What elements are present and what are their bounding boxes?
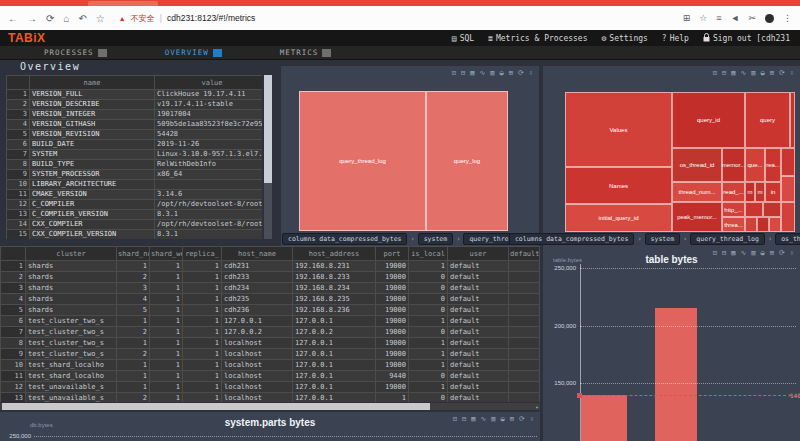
stack-icon[interactable]: ⊞ <box>770 249 774 257</box>
home-icon[interactable]: ⌂ <box>63 13 69 24</box>
table-row[interactable]: 12C_COMPILER/opt/rh/devtoolset-8/root/us <box>7 200 263 210</box>
table-row[interactable]: 8test_cluster_two_s111localhost127.0.0.1… <box>1 338 540 349</box>
zoom-reset-icon[interactable]: ⊟ <box>461 69 465 77</box>
treemap-cell[interactable]: query_log <box>426 91 508 231</box>
table-row[interactable]: 4VERSION_GITHASH509b5de1aa83523f8e3c72e9… <box>7 120 263 130</box>
address-bar[interactable]: ▲ 不安全 | cdh231:8123/#!/metrics <box>119 13 256 24</box>
settings-table-scrollbar[interactable] <box>264 75 272 239</box>
breadcrumb-item[interactable]: os_thread_id <box>775 233 800 245</box>
zoom-select-icon[interactable]: ⊡ <box>452 69 456 77</box>
table-row[interactable]: 1VERSION_FULLClickHouse 19.17.4.11 <box>7 90 263 100</box>
treemap-cell[interactable]: memor... <box>722 148 745 182</box>
breadcrumb-item[interactable]: system <box>645 233 680 245</box>
treemap-cell[interactable] <box>781 202 795 232</box>
stack-icon[interactable]: ⊞ <box>510 415 514 423</box>
download-icon[interactable]: ⇩ <box>529 69 533 77</box>
column-header[interactable]: default <box>509 247 540 261</box>
treemap-cell[interactable]: thread_num... <box>672 182 722 202</box>
favorite-star-icon[interactable]: ☆ <box>699 13 707 23</box>
bar[interactable] <box>655 308 697 441</box>
tab-metrics[interactable]: METRICS <box>280 48 332 57</box>
bookmark-star-icon[interactable]: ☆ <box>96 13 105 24</box>
breadcrumb-item[interactable]: query_thread_log <box>690 233 765 245</box>
treemap-cell[interactable] <box>781 148 795 176</box>
column-header[interactable]: value <box>155 76 263 90</box>
download-icon[interactable]: ⇩ <box>790 69 794 77</box>
table-row[interactable]: 15CXX_COMPILER_VERSION8.3.1 <box>7 230 263 240</box>
column-header[interactable] <box>1 247 26 261</box>
data-view-icon[interactable]: ▤ <box>470 69 474 77</box>
table-row[interactable]: 6test_cluster_two_s111127.0.0.1127.0.0.1… <box>1 316 540 327</box>
forward-icon[interactable]: → <box>27 13 37 24</box>
treemap-cell[interactable]: threa... <box>722 217 745 232</box>
zoom-reset-icon[interactable]: ⊟ <box>722 249 726 257</box>
treemap-cell[interactable]: que... <box>745 148 765 182</box>
scrollbar-thumb[interactable] <box>2 403 430 410</box>
column-header[interactable]: replica_ <box>183 247 222 261</box>
column-header[interactable]: host_address <box>293 247 376 261</box>
table-row[interactable]: 11test_shard_localho111localhost127.0.0.… <box>1 371 540 382</box>
data-view-icon[interactable]: ▤ <box>471 415 475 423</box>
line-chart-icon[interactable]: ∿ <box>740 249 746 257</box>
restore-icon[interactable]: ⟳ <box>779 69 785 77</box>
bar-chart-icon[interactable]: ▥ <box>490 69 494 77</box>
table-row[interactable]: 9SYSTEM_PROCESSORx86_64 <box>7 170 263 180</box>
extensions-icon[interactable]: ≡ <box>716 13 721 23</box>
bar-chart-icon[interactable]: ▥ <box>751 249 755 257</box>
breadcrumb-item[interactable]: columns data_compressed_bytes <box>282 233 408 245</box>
column-header[interactable]: shard_nu <box>117 247 150 261</box>
pie-chart-icon[interactable]: ◒ <box>499 69 503 77</box>
table-row[interactable]: 9test_cluster_two_s211localhost127.0.0.1… <box>1 349 540 360</box>
zoom-select-icon[interactable]: ⊡ <box>453 415 457 423</box>
apps-grid-icon[interactable]: ⊞ <box>683 13 691 23</box>
pie-chart-icon[interactable]: ◒ <box>500 415 504 423</box>
zoom-reset-icon[interactable]: ⊟ <box>722 69 726 77</box>
download-icon[interactable]: ⇩ <box>790 249 794 257</box>
menu-item-settings[interactable]: ⚙ Settings <box>601 34 647 43</box>
table-row[interactable]: 14CXX_COMPILER/opt/rh/devtoolset-8/root/… <box>7 220 263 230</box>
treemap-cell[interactable] <box>790 92 795 148</box>
table-row[interactable]: 12test_unavailable_s111localhost127.0.0.… <box>1 382 540 393</box>
refresh-icon[interactable]: ⟳ <box>46 13 54 24</box>
table-row[interactable]: 3shards311cdh234192.168.8.234190000defau… <box>1 283 540 294</box>
column-header[interactable]: cluster <box>26 247 117 261</box>
treemap-cell[interactable] <box>745 202 763 217</box>
tab-overview[interactable]: OVERVIEW <box>165 48 222 57</box>
treemap-cell[interactable]: query_thread_log <box>299 91 426 231</box>
treemap-cell[interactable] <box>781 176 795 202</box>
treemap-cell[interactable]: os_thread_id <box>672 148 722 182</box>
treemap-cell[interactable]: m <box>745 182 755 202</box>
bar-chart-icon[interactable]: ▥ <box>751 69 755 77</box>
menu-item-sql[interactable]: ▤ SQL <box>452 34 474 43</box>
table-row[interactable]: 13C_COMPILER_VERSION8.3.1 <box>7 210 263 220</box>
zoom-select-icon[interactable]: ⊡ <box>713 69 717 77</box>
bar-chart-icon[interactable]: ▥ <box>491 415 495 423</box>
scrollbar-arrow-icon[interactable]: ▸ <box>535 403 539 410</box>
table-row[interactable]: 10LIBRARY_ARCHITECTURE <box>7 180 263 190</box>
table-row[interactable]: 7SYSTEMLinux-3.10.0-957.1.3.el7.x86_64 <box>7 150 263 160</box>
treemap-cell[interactable] <box>769 217 781 232</box>
treemap-cell[interactable]: initial_query_id <box>565 204 672 232</box>
treemap-cell[interactable]: Names <box>565 167 672 204</box>
restore-icon[interactable]: ⟳ <box>518 69 524 77</box>
table-row[interactable]: 5VERSION_REVISION54428 <box>7 130 263 140</box>
table-row[interactable]: 4shards411cdh235192.168.8.235190000defau… <box>1 294 540 305</box>
stack-icon[interactable]: ⊞ <box>770 69 774 77</box>
column-header[interactable]: user <box>448 247 509 261</box>
treemap-cell[interactable] <box>745 217 757 232</box>
back-icon[interactable]: ← <box>8 13 18 24</box>
clusters-table-scrollbar[interactable]: ▸ <box>0 403 540 410</box>
zoom-reset-icon[interactable]: ⊟ <box>462 415 466 423</box>
column-header[interactable]: is_local <box>409 247 448 261</box>
treemap-cell[interactable]: query_id <box>672 92 745 148</box>
pie-chart-icon[interactable]: ◒ <box>760 249 764 257</box>
line-chart-icon[interactable]: ∿ <box>740 69 746 77</box>
breadcrumb-item[interactable]: columns data_compressed_bytes <box>509 233 635 245</box>
table-row[interactable]: 2VERSION_DESCRIBEv19.17.4.11-stable <box>7 100 263 110</box>
table-row[interactable]: 8BUILD_TYPERelWithDebInfo <box>7 160 263 170</box>
table-row[interactable]: 3VERSION_INTEGER19017004 <box>7 110 263 120</box>
column-header[interactable]: name <box>30 76 155 90</box>
table-row[interactable]: 10test_shard_localho111localhost127.0.0.… <box>1 360 540 371</box>
table-row[interactable]: 6BUILD_DATE2019-11-26 <box>7 140 263 150</box>
menu-item-signout[interactable]: Sign out [cdh231 <box>703 33 790 44</box>
